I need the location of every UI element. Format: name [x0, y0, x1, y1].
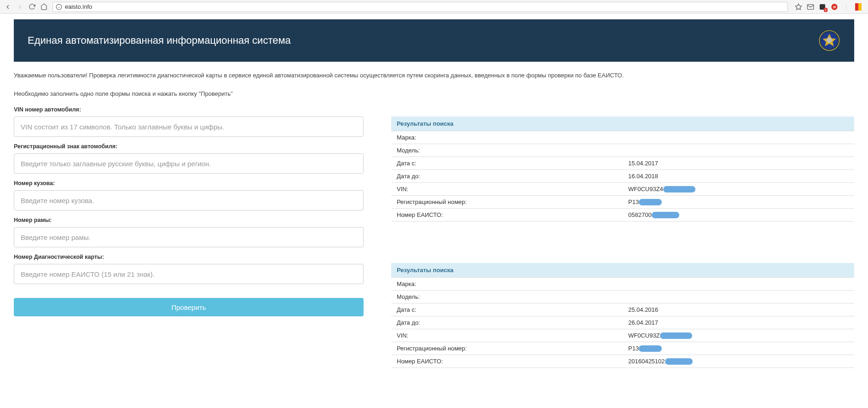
menu-icon[interactable]: ⋮ — [842, 3, 851, 11]
body-input[interactable] — [14, 190, 364, 210]
eaisto-value: 0582700 — [628, 211, 652, 218]
reg-res-label: Регистрационный номер: — [391, 196, 623, 209]
logo-emblem — [818, 29, 840, 52]
date-from-value: 25.04.2016 — [623, 303, 854, 316]
yandex-icon[interactable]: Я — [830, 3, 839, 11]
model-value — [623, 291, 854, 303]
forward-button[interactable] — [15, 2, 25, 12]
intro-line-2: Необходимо заполнить одно поле формы пои… — [14, 89, 854, 99]
body-label: Номер кузова: — [14, 180, 364, 187]
result-row: Регистрационный номер:Р13 — [391, 342, 854, 355]
star-icon[interactable] — [794, 3, 803, 11]
results-block-2: Результаты поиска Марка: Модель: Дата с:… — [391, 263, 854, 368]
brand-value — [623, 131, 854, 144]
eaisto-res-label: Номер ЕАИСТО: — [391, 209, 623, 221]
redacted-mask — [665, 358, 693, 365]
reg-value: Р13 — [628, 345, 639, 352]
url-text: eaisto.info — [65, 3, 92, 10]
vin-res-label: VIN: — [391, 329, 623, 342]
result-row: Номер ЕАИСТО:20160425102 — [391, 355, 854, 368]
eaisto-value: 20160425102 — [628, 358, 665, 365]
flag-icon[interactable] — [854, 3, 862, 11]
date-to-value: 26.04.2017 — [623, 316, 854, 329]
result-row: Дата с:15.04.2017 — [391, 157, 854, 170]
diag-label: Номер Диагностической карты: — [14, 254, 364, 260]
date-to-label: Дата до: — [391, 170, 623, 183]
vin-label: VIN номер автомобиля: — [14, 106, 364, 113]
result-row: VIN:WF0CU93Z — [391, 329, 854, 342]
eaisto-res-label: Номер ЕАИСТО: — [391, 355, 623, 368]
results-area: Результаты поиска Марка: Модель: Дата с:… — [391, 106, 854, 408]
vin-value: WF0CU93Z4 — [628, 186, 663, 192]
svg-rect-8 — [855, 3, 858, 11]
results-header-1: Результаты поиска — [391, 117, 854, 131]
browser-toolbar: eaisto.info 2 Я ⋮ — [0, 0, 868, 14]
result-row: Модель: — [391, 144, 854, 157]
date-from-label: Дата с: — [391, 157, 623, 170]
reg-value: Р13 — [628, 198, 639, 205]
result-row: Дата до:16.04.2018 — [391, 170, 854, 183]
page-header: Единая автоматизированная информационная… — [14, 19, 854, 62]
brand-value — [623, 278, 854, 291]
frame-label: Номер рамы: — [14, 217, 364, 223]
model-value — [623, 144, 854, 157]
result-row: Дата с:25.04.2016 — [391, 303, 854, 316]
page-title: Единая автоматизированная информационная… — [28, 35, 291, 47]
date-from-value: 15.04.2017 — [623, 157, 854, 170]
redacted-mask — [652, 212, 679, 218]
reg-res-label: Регистрационный номер: — [391, 342, 623, 355]
back-button[interactable] — [3, 2, 13, 12]
reload-button[interactable] — [27, 2, 37, 12]
result-row: Модель: — [391, 291, 854, 303]
result-row: Дата до:26.04.2017 — [391, 316, 854, 329]
svg-point-12 — [827, 37, 832, 43]
reg-input[interactable] — [14, 153, 364, 174]
frame-input[interactable] — [14, 227, 364, 247]
brand-label: Марка: — [391, 131, 623, 144]
home-button[interactable] — [39, 2, 49, 12]
vin-res-label: VIN: — [391, 183, 623, 196]
svg-rect-9 — [858, 3, 862, 11]
model-label: Модель: — [391, 144, 623, 157]
date-to-label: Дата до: — [391, 316, 623, 329]
result-row: VIN:WF0CU93Z4 — [391, 183, 854, 196]
redacted-mask — [663, 186, 695, 192]
redacted-mask — [660, 332, 692, 339]
date-from-label: Дата с: — [391, 303, 623, 316]
extension-icon[interactable]: 2 — [818, 3, 827, 11]
check-button[interactable]: Проверить — [14, 298, 364, 316]
vin-input[interactable] — [14, 117, 364, 137]
diag-input[interactable] — [14, 264, 364, 284]
browser-actions: 2 Я ⋮ — [792, 3, 865, 11]
model-label: Модель: — [391, 291, 623, 303]
results-block-1: Результаты поиска Марка: Модель: Дата с:… — [391, 117, 854, 221]
vin-value: WF0CU93Z — [628, 332, 660, 339]
result-row: Регистрационный номер:Р13 — [391, 196, 854, 209]
results-header-2: Результаты поиска — [391, 263, 854, 278]
result-row: Марка: — [391, 131, 854, 144]
date-to-value: 16.04.2018 — [623, 170, 854, 183]
reg-label: Регистрационный знак автомобиля: — [14, 143, 364, 150]
search-form: VIN номер автомобиля: Регистрационный зн… — [14, 106, 364, 408]
mail-icon[interactable] — [806, 3, 815, 11]
result-row: Номер ЕАИСТО:0582700 — [391, 209, 854, 221]
intro-line-1: Уважаемые пользователи! Проверка легитим… — [14, 71, 854, 80]
svg-text:Я: Я — [833, 5, 836, 9]
svg-marker-3 — [795, 4, 801, 10]
page-content: Уважаемые пользователи! Проверка легитим… — [0, 62, 868, 408]
redacted-mask — [639, 345, 662, 352]
result-row: Марка: — [391, 278, 854, 291]
address-bar[interactable]: eaisto.info — [52, 2, 788, 12]
brand-label: Марка: — [391, 278, 623, 291]
redacted-mask — [639, 199, 662, 205]
site-info-icon[interactable] — [56, 4, 62, 10]
